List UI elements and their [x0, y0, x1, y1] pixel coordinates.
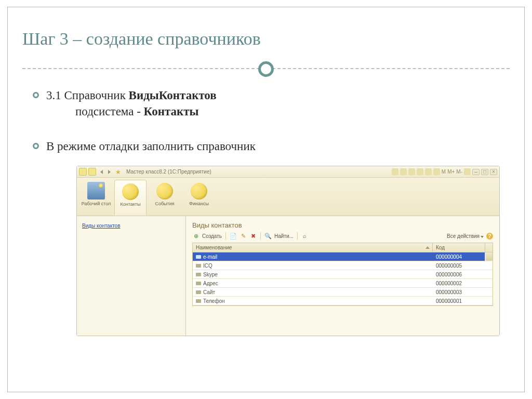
all-actions-button[interactable]: Все действия	[447, 233, 484, 239]
table-row[interactable]: e-mail000000004	[193, 252, 493, 261]
tab-label: Финансы	[184, 202, 214, 207]
panel-toolbar: ⊕ Создать 📄 ✎ ✖ 🔍 Найти... ⌕ Вс	[192, 232, 493, 240]
separator	[297, 232, 298, 240]
scroll-thumb[interactable]	[486, 253, 493, 261]
bullet-1-sub-bold: Контакты	[144, 105, 199, 118]
title-divider	[8, 61, 524, 77]
toolbar-chip-icon[interactable]	[433, 168, 440, 175]
tab-contacts[interactable]: Контакты	[114, 180, 147, 216]
app-titlebar: ★ Мастер класс8.2 (1С:Предприятие) М М+ …	[77, 166, 499, 178]
column-name-header[interactable]: Наименование	[193, 243, 433, 252]
row-name-text: Сайт	[203, 289, 215, 295]
window-maximize-button[interactable]: □	[481, 169, 488, 175]
scroll-header	[485, 243, 493, 252]
titlebar-right: М М+ М- – □ ×	[392, 168, 497, 175]
toolbar-chip-icon[interactable]	[417, 168, 423, 175]
grid-body: e-mail000000004ICQ000000005Skype00000000…	[193, 252, 493, 305]
item-icon	[196, 282, 201, 285]
nav-back-icon[interactable]	[100, 170, 103, 174]
sidebar-link-contact-types[interactable]: Виды контактов	[82, 223, 121, 229]
tab-events[interactable]: События	[149, 180, 181, 216]
toolbar-chip-icon[interactable]	[392, 168, 398, 175]
calc-m-plus[interactable]: М+	[447, 169, 455, 175]
section-tabs: Рабочий стол Контакты События Финансы	[77, 178, 499, 216]
sphere-icon	[156, 183, 173, 200]
tab-desktop[interactable]: Рабочий стол	[80, 180, 112, 216]
window-close-button[interactable]: ×	[490, 169, 497, 175]
table-row[interactable]: Телефон000000001	[193, 297, 493, 305]
window-minimize-button[interactable]: –	[472, 169, 480, 175]
column-name-label: Наименование	[196, 245, 232, 250]
favorites-icon[interactable]: ★	[115, 168, 121, 176]
sphere-icon	[122, 183, 139, 200]
row-name-text: Адрес	[203, 281, 218, 286]
table-row[interactable]: Сайт000000003	[193, 288, 493, 297]
tab-label: События	[150, 202, 180, 207]
row-name-text: Телефон	[203, 298, 224, 304]
item-icon	[196, 264, 201, 268]
panel-title: Виды контактов	[192, 221, 493, 229]
row-scroll-gutter	[485, 252, 493, 261]
bullet-dot-icon	[33, 143, 39, 149]
row-name-text: e-mail	[203, 254, 217, 260]
calc-m-minus[interactable]: М-	[456, 169, 462, 175]
toolbar-chip-icon[interactable]	[408, 168, 415, 175]
column-code-label: Код	[436, 245, 445, 250]
divider-circle-icon	[258, 61, 274, 77]
all-actions-label: Все действия	[447, 233, 480, 239]
tab-label: Рабочий стол	[81, 202, 111, 207]
bullet-1-sub-text: подсистема -	[75, 105, 144, 118]
tab-label: Контакты	[116, 202, 145, 207]
table-row[interactable]: Адрес000000002	[193, 279, 493, 288]
separator	[225, 232, 226, 240]
app-body: Виды контактов Виды контактов ⊕ Создать …	[77, 216, 499, 336]
item-icon	[196, 290, 201, 294]
main-area: Виды контактов ⊕ Создать 📄 ✎ ✖ 🔍 Найти..…	[186, 216, 499, 336]
cell-code: 000000005	[433, 263, 485, 269]
cell-code: 000000006	[433, 272, 485, 277]
edit-icon[interactable]: ✎	[240, 232, 247, 240]
cell-code: 000000002	[433, 281, 485, 286]
app-logo-icon	[79, 168, 87, 176]
find-button[interactable]: Найти...	[274, 233, 294, 239]
sidebar: Виды контактов	[77, 216, 186, 336]
cell-name: Сайт	[193, 289, 433, 295]
sort-asc-icon	[425, 246, 430, 249]
row-name-text: ICQ	[203, 263, 212, 269]
row-name-text: Skype	[203, 272, 218, 277]
toolbar-chip-icon[interactable]	[425, 168, 432, 175]
help-icon[interactable]: ?	[486, 233, 493, 240]
tab-finances[interactable]: Финансы	[183, 180, 215, 216]
create-button[interactable]: Создать	[202, 233, 222, 239]
item-icon	[196, 299, 201, 303]
cell-name: Адрес	[193, 281, 433, 286]
search-icon[interactable]: 🔍	[264, 232, 272, 240]
toolbar-generic-icon[interactable]	[88, 168, 96, 176]
window-title: Мастер класс8.2 (1С:Предприятие)	[126, 169, 392, 175]
bullet-2-text: В режиме отладки заполнить справочник	[46, 140, 256, 153]
table-row[interactable]: ICQ000000005	[193, 261, 493, 270]
bullet-dot-icon	[33, 92, 39, 98]
bullet-2: В режиме отладки заполнить справочник	[35, 138, 503, 154]
column-code-header[interactable]: Код	[433, 243, 485, 252]
desktop-icon	[87, 182, 105, 200]
bullet-1-subline: подсистема - Контакты	[46, 103, 503, 119]
cell-code: 000000004	[433, 254, 485, 260]
calc-m[interactable]: М	[442, 169, 446, 175]
toolbar-chip-icon[interactable]	[464, 168, 471, 175]
slide-content: 3.1 Справочник ВидыКонтактов подсистема …	[8, 77, 524, 336]
data-grid: Наименование Код e-mail000000004ICQ00000…	[192, 243, 493, 306]
table-row[interactable]: Skype000000006	[193, 270, 493, 279]
copy-icon[interactable]: 📄	[230, 232, 237, 240]
bullet-1-bold: ВидыКонтактов	[129, 89, 217, 102]
slide-title: Шаг 3 – создание справочников	[8, 7, 524, 56]
sphere-icon	[191, 183, 207, 200]
delete-icon[interactable]: ✖	[249, 232, 257, 240]
clear-filter-icon[interactable]: ⌕	[301, 232, 309, 240]
toolbar-chip-icon[interactable]	[400, 168, 407, 175]
create-icon[interactable]: ⊕	[192, 232, 200, 240]
cell-code: 000000001	[433, 298, 485, 304]
cell-name: ICQ	[193, 263, 433, 269]
bullet-1: 3.1 Справочник ВидыКонтактов подсистема …	[35, 87, 503, 119]
nav-forward-icon[interactable]	[108, 170, 111, 174]
